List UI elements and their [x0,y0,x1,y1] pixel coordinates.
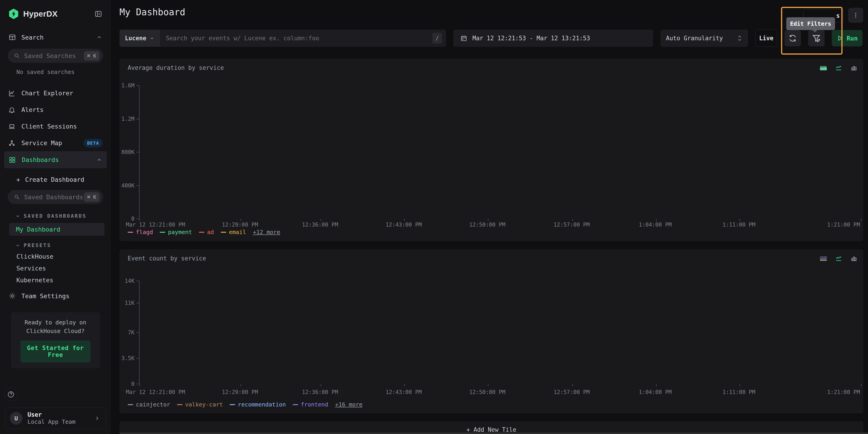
clickhouse-cloud-card: Ready to deploy on ClickHouse Cloud? Get… [11,312,100,368]
legend-more-link[interactable]: +16 more [335,401,362,408]
granularity-select[interactable]: Auto Granularity [660,30,748,47]
add-new-tile-button[interactable]: + Add New Tile [120,421,863,434]
saved-searches-input[interactable] [24,52,84,60]
x-tick-label: 1:04:00 PM [639,222,672,228]
event-search-input[interactable] [160,35,432,42]
x-tick-label: 12:50:00 PM [469,222,505,228]
chevron-up-icon[interactable] [96,157,102,163]
legend-item[interactable]: flagd [128,229,153,235]
sidebar-item-alerts[interactable]: Alerts [0,101,111,118]
sidebar-item-team-settings[interactable]: Team Settings [9,292,111,300]
run-button[interactable]: Run [832,30,863,46]
sidebar-item-chart-explorer[interactable]: Chart Explorer [0,85,111,101]
user-team: Local App Team [28,418,75,426]
plot-area[interactable] [139,281,861,384]
saved-dashboards-input[interactable] [24,193,84,201]
presets-group-header[interactable]: PRESETS [15,242,111,248]
user-menu[interactable]: U User Local App Team [5,408,106,429]
sidebar-item-dashboards[interactable]: Dashboards [4,151,107,168]
preset-item-clickhouse[interactable]: ClickHouse [17,251,111,262]
line-chart-svg [140,86,861,219]
preset-label: ClickHouse [17,253,54,260]
bar-chart-icon[interactable] [850,255,857,262]
sidebar-item-client-sessions[interactable]: Client Sessions [0,118,111,135]
event-search-box: Lucene / [120,30,446,47]
x-tick-mark [321,219,321,221]
bar-chart-icon[interactable] [850,64,857,71]
chevron-right-icon [94,415,100,421]
legend-label: ad [207,229,214,235]
x-tick-label: Mar 12 12:21:00 PM [126,222,185,228]
edit-filters-button[interactable] [808,30,825,46]
sidebar-item-my-dashboard[interactable]: My Dashboard [9,223,104,236]
group-label-text: SAVED DASHBOARDS [24,213,87,219]
y-tick-label: 3.5K [121,355,139,361]
line-chart-icon[interactable] [835,64,842,71]
legend-swatch [293,404,298,405]
calendar-icon [460,35,467,42]
beta-badge: BETA [84,139,103,147]
plot-area[interactable] [139,86,861,219]
x-axis-labels: Mar 12 12:21:00 PM12:29:00 PM12:36:00 PM… [139,222,860,228]
legend-item[interactable]: payment [160,229,192,235]
bottom-scroll-strip [120,432,868,434]
x-tick-mark [740,384,740,386]
x-tick-label: 12:50:00 PM [469,389,505,395]
legend-swatch [160,232,165,233]
line-chart-svg [140,281,861,384]
search-section-icon [9,34,16,41]
time-range-picker[interactable]: Mar 12 12:21:53 - Mar 12 13:21:53 [453,30,653,47]
x-tick-mark [404,384,405,386]
legend-label: valkey-cart [185,401,223,408]
sidebar-item-label: Client Sessions [21,123,77,130]
y-tick-label: 14K [125,278,139,284]
legend-item[interactable]: frontend [293,401,328,408]
legend-item[interactable]: cainjector [128,401,170,408]
x-tick-label: 12:29:00 PM [222,389,258,395]
x-tick-mark [861,219,861,221]
legend-item[interactable]: ad [199,229,214,235]
filter-bar: Lucene / Mar 12 12:21:53 - Mar 12 13:21:… [120,30,863,47]
edit-filters-tooltip: Edit Filters [786,17,835,30]
time-icon[interactable] [820,64,827,71]
time-icon[interactable] [820,255,827,262]
legend: flagdpaymentademail+12 more [128,229,280,235]
bell-icon [8,106,16,113]
play-icon [837,35,843,42]
more-menu-button[interactable] [848,8,863,23]
user-name: User [28,411,75,418]
sidebar-item-service-map[interactable]: Service Map BETA [0,135,111,151]
legend-item[interactable]: email [221,229,246,235]
chevron-up-icon[interactable] [96,34,102,40]
x-tick-mark [656,384,657,386]
preset-item-kubernetes[interactable]: Kubernetes [17,274,111,286]
sidebar-item-search[interactable]: Search [0,34,111,41]
search-icon [14,194,20,200]
time-range-value: Mar 12 12:21:53 - Mar 12 13:21:53 [472,35,590,42]
live-button[interactable]: Live [755,30,777,47]
help-button[interactable] [4,388,18,401]
legend-item[interactable]: valkey-cart [177,401,223,408]
saved-dashboards-group-header[interactable]: SAVED DASHBOARDS [15,213,111,219]
x-tick-mark [241,219,241,221]
preset-item-services[interactable]: Services [17,262,111,274]
line-chart-icon[interactable] [835,255,842,262]
create-dashboard-button[interactable]: + Create Dashboard [17,176,111,183]
page-title: My Dashboard [120,7,185,17]
get-started-button[interactable]: Get Started for Free [21,340,90,362]
legend-more-link[interactable]: +12 more [253,229,280,235]
y-axis-labels: 03.5K7K11K14K [122,281,139,384]
legend-item[interactable]: recommendation [229,401,286,408]
kebab-menu-icon [852,12,859,19]
sidebar-collapse-icon[interactable] [94,9,103,18]
search-section-label: Search [21,34,44,41]
query-language-select[interactable]: Lucene [120,30,160,47]
x-tick-mark [488,384,488,386]
preset-label: Services [17,265,46,272]
refresh-button[interactable] [784,30,801,46]
preset-label: Kubernetes [17,277,54,283]
x-tick-mark [488,219,488,221]
y-tick-label: 7K [128,329,139,336]
tile-header: Event count by service [128,255,857,262]
refresh-icon [788,34,797,43]
